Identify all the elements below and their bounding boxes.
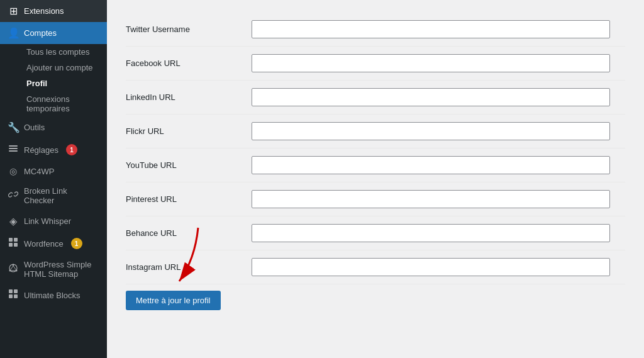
label-instagram: Instagram URL bbox=[126, 262, 252, 272]
form-row-facebook: Facebook URL bbox=[126, 47, 625, 81]
sidebar-label-broken-link-checker: Broken Link Checker bbox=[24, 186, 99, 205]
input-wrap-instagram bbox=[252, 258, 610, 276]
sidebar-label-extensions: Extensions bbox=[24, 6, 64, 16]
wordfence-icon bbox=[8, 237, 19, 250]
svg-point-9 bbox=[9, 270, 11, 272]
input-instagram[interactable] bbox=[252, 258, 610, 276]
sidebar-item-outils[interactable]: 🔧 Outils bbox=[0, 116, 107, 138]
sidebar-label-ultimate-blocks: Ultimate Blocks bbox=[24, 291, 80, 300]
input-youtube[interactable] bbox=[252, 156, 610, 174]
comptes-icon: 👤 bbox=[8, 27, 19, 39]
label-pinterest: Pinterest URL bbox=[126, 194, 252, 204]
input-twitter[interactable] bbox=[252, 20, 610, 38]
form-row-linkedin: LinkedIn URL bbox=[126, 81, 625, 115]
sidebar-label-reglages: Réglages bbox=[24, 145, 58, 155]
sidebar: ⊞ Extensions 👤 Comptes Tous les comptes … bbox=[0, 0, 107, 358]
sidebar-label-wordfence: Wordfence bbox=[24, 239, 64, 249]
profile-form: Twitter UsernameFacebook URLLinkedIn URL… bbox=[126, 13, 625, 284]
submenu-profil[interactable]: Profil bbox=[8, 76, 107, 91]
form-row-behance: Behance URL bbox=[126, 216, 625, 250]
sidebar-item-wp-sitemap[interactable]: WordPress Simple HTML Sitemap bbox=[0, 255, 107, 284]
input-wrap-flickr bbox=[252, 122, 610, 140]
svg-rect-14 bbox=[9, 289, 13, 293]
sidebar-item-reglages[interactable]: Réglages 1 bbox=[0, 138, 107, 161]
form-row-instagram: Instagram URL bbox=[126, 250, 625, 284]
broken-link-icon bbox=[8, 189, 19, 202]
svg-rect-15 bbox=[14, 289, 18, 293]
input-flickr[interactable] bbox=[252, 122, 610, 140]
svg-rect-17 bbox=[14, 294, 18, 298]
input-facebook[interactable] bbox=[252, 54, 610, 72]
form-row-twitter: Twitter Username bbox=[126, 13, 625, 47]
label-youtube: YouTube URL bbox=[126, 160, 252, 170]
svg-rect-1 bbox=[9, 148, 18, 149]
svg-point-10 bbox=[16, 270, 18, 272]
sidebar-item-link-whisper[interactable]: ◈ Link Whisper bbox=[0, 210, 107, 232]
sidebar-label-outils: Outils bbox=[24, 123, 45, 132]
label-behance: Behance URL bbox=[126, 228, 252, 238]
label-facebook: Facebook URL bbox=[126, 59, 252, 68]
svg-rect-16 bbox=[9, 294, 13, 298]
label-twitter: Twitter Username bbox=[126, 25, 252, 34]
wp-sitemap-icon bbox=[8, 263, 19, 276]
input-wrap-facebook bbox=[252, 54, 610, 72]
main-content: Twitter UsernameFacebook URLLinkedIn URL… bbox=[107, 0, 644, 358]
submit-section: Mettre à jour le profil bbox=[126, 291, 625, 310]
svg-rect-6 bbox=[14, 243, 18, 247]
wordfence-badge: 1 bbox=[71, 238, 82, 249]
reglages-badge: 1 bbox=[66, 144, 77, 155]
submenu-connexions-temp[interactable]: Connexions temporaires bbox=[8, 91, 107, 116]
sidebar-label-wp-sitemap: WordPress Simple HTML Sitemap bbox=[24, 260, 99, 279]
input-wrap-youtube bbox=[252, 156, 610, 174]
sidebar-label-comptes: Comptes bbox=[24, 28, 57, 38]
input-behance[interactable] bbox=[252, 224, 610, 242]
sidebar-submenu-comptes: Tous les comptes Ajouter un compte Profi… bbox=[0, 44, 107, 116]
svg-rect-5 bbox=[9, 243, 13, 247]
form-row-flickr: Flickr URL bbox=[126, 115, 625, 148]
svg-line-11 bbox=[11, 266, 13, 270]
svg-rect-0 bbox=[9, 145, 18, 147]
input-wrap-pinterest bbox=[252, 190, 610, 208]
svg-rect-3 bbox=[9, 238, 13, 242]
submenu-tous-comptes[interactable]: Tous les comptes bbox=[8, 44, 107, 60]
input-wrap-twitter bbox=[252, 20, 610, 38]
submenu-ajouter-compte[interactable]: Ajouter un compte bbox=[8, 60, 107, 76]
input-pinterest[interactable] bbox=[252, 190, 610, 208]
svg-rect-2 bbox=[9, 150, 18, 152]
update-profile-button[interactable]: Mettre à jour le profil bbox=[126, 291, 221, 310]
sidebar-item-ultimate-blocks[interactable]: Ultimate Blocks bbox=[0, 284, 107, 306]
sidebar-label-link-whisper: Link Whisper bbox=[24, 216, 71, 226]
svg-line-12 bbox=[13, 266, 16, 270]
ultimate-blocks-icon bbox=[8, 289, 19, 301]
extensions-icon: ⊞ bbox=[8, 5, 19, 17]
input-linkedin[interactable] bbox=[252, 88, 610, 106]
sidebar-item-mc4wp[interactable]: ◎ MC4WP bbox=[0, 161, 107, 181]
svg-point-8 bbox=[13, 264, 14, 266]
input-wrap-linkedin bbox=[252, 88, 610, 106]
sidebar-item-wordfence[interactable]: Wordfence 1 bbox=[0, 232, 107, 255]
mc4wp-icon: ◎ bbox=[8, 166, 19, 176]
sidebar-label-mc4wp: MC4WP bbox=[24, 167, 54, 176]
svg-rect-4 bbox=[14, 238, 18, 242]
sidebar-item-comptes[interactable]: 👤 Comptes bbox=[0, 22, 107, 44]
label-flickr: Flickr URL bbox=[126, 126, 252, 136]
form-row-pinterest: Pinterest URL bbox=[126, 182, 625, 216]
label-linkedin: LinkedIn URL bbox=[126, 92, 252, 102]
sidebar-item-broken-link-checker[interactable]: Broken Link Checker bbox=[0, 181, 107, 210]
sidebar-item-extensions[interactable]: ⊞ Extensions bbox=[0, 0, 107, 22]
reglages-icon bbox=[8, 143, 19, 156]
form-row-youtube: YouTube URL bbox=[126, 148, 625, 182]
outils-icon: 🔧 bbox=[8, 121, 19, 133]
input-wrap-behance bbox=[252, 224, 610, 242]
link-whisper-icon: ◈ bbox=[8, 215, 19, 227]
